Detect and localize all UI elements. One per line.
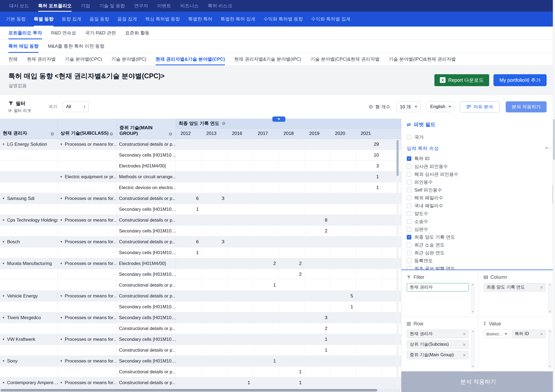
primary-nav-item[interactable]: 이벤트	[157, 0, 171, 12]
view-tab[interactable]: 기술 분야별(CPC)	[65, 53, 102, 65]
free-analysis-button[interactable]: 자유 분석	[460, 101, 500, 112]
expand-icon[interactable]: ▼	[60, 359, 63, 362]
row-field-chip[interactable]: 현재 권리자 ×	[407, 330, 469, 338]
expand-icon[interactable]: ▼	[60, 143, 63, 146]
primary-nav-item[interactable]: 기업	[81, 0, 90, 12]
close-icon[interactable]: ×	[463, 353, 466, 358]
tertiary-nav-item[interactable]: 표준화 활동	[125, 27, 150, 39]
pivot-field-checkbox-item[interactable]: 국가	[407, 133, 550, 141]
secondary-nav-item[interactable]: 핵심 특허별 동향	[145, 12, 180, 27]
pivot-field-checkbox-item[interactable]: 최근 심판 연도	[407, 249, 550, 257]
view-tab[interactable]: 전체	[8, 53, 18, 65]
zone-scrollbar[interactable]: ▲▼	[471, 329, 475, 368]
tertiary-nav-item[interactable]: 포트폴리오 투자	[8, 27, 42, 39]
checkbox[interactable]	[407, 188, 411, 192]
gear-icon[interactable]: ⚙	[50, 132, 54, 136]
secondary-nav-item[interactable]: 특별한 특허 집계	[221, 12, 255, 27]
gear-icon[interactable]: ⚙	[369, 104, 373, 109]
expand-icon[interactable]: ▼	[60, 294, 63, 297]
scroll-down-icon[interactable]: ▼	[549, 310, 551, 313]
apply-analysis-button[interactable]: 분석 적용하기	[506, 101, 547, 112]
scroll-up-icon[interactable]: ▲	[472, 283, 474, 286]
aggregation-select[interactable]: distinct…	[484, 330, 510, 338]
expand-icon[interactable]: ▼	[2, 262, 5, 265]
tertiary-nav-item[interactable]: 국가 R&D 관련	[85, 27, 116, 39]
report-download-button[interactable]: X Report 다운로드	[434, 74, 489, 86]
expand-icon[interactable]: ▼	[2, 381, 5, 384]
column-field-chip[interactable]: 최종 양도 기록 연도 ×	[484, 283, 546, 291]
primary-nav-item[interactable]: 특허 리스크	[208, 0, 232, 12]
checkbox[interactable]	[407, 172, 411, 177]
checkbox[interactable]	[407, 164, 411, 169]
secondary-nav-item[interactable]: 품질 동향	[89, 12, 109, 27]
filter-button[interactable]: 필터	[8, 100, 31, 107]
secondary-nav-item[interactable]: 수익화 특허별 동향	[263, 12, 303, 27]
scroll-up-icon[interactable]: ▲	[549, 283, 551, 286]
checkbox[interactable]	[407, 235, 411, 239]
close-icon[interactable]: ×	[463, 332, 466, 336]
row-count-select[interactable]: 10 개	[396, 101, 421, 112]
pivot-field-checkbox-item[interactable]: 최종 양도 기록 연도	[407, 233, 550, 241]
expand-icon[interactable]: ▼	[60, 175, 63, 178]
primary-nav-item[interactable]: 연구자	[134, 0, 148, 12]
checkbox[interactable]	[407, 156, 411, 161]
checkbox[interactable]	[407, 180, 411, 184]
checkbox[interactable]	[407, 243, 411, 247]
scroll-up-icon[interactable]: ▲	[472, 330, 474, 332]
table-horizontal-scrollbar[interactable]	[0, 388, 401, 392]
scroll-up-icon[interactable]: ▲	[549, 330, 551, 332]
scrollbar-thumb[interactable]	[553, 119, 555, 160]
row-field-chip[interactable]: 상위 기술(Subclass) ×	[407, 340, 469, 349]
close-icon[interactable]: ×	[540, 332, 543, 336]
country-select[interactable]: All	[63, 102, 89, 112]
checkbox[interactable]	[407, 266, 411, 270]
view-tab[interactable]: 기술 분야별(CPC)&현재 권리자별	[310, 53, 379, 65]
tertiary-nav-item[interactable]: R&D 연속성	[51, 27, 76, 39]
expand-icon[interactable]: ▼	[60, 338, 63, 341]
secondary-nav-item[interactable]: 특별한 특허	[188, 12, 212, 27]
expand-icon[interactable]: ▼	[60, 197, 63, 200]
close-icon[interactable]: ×	[540, 285, 543, 290]
zone-scrollbar[interactable]: ▲▼	[548, 329, 552, 368]
secondary-nav-item[interactable]: 동향 집계	[62, 12, 81, 27]
expand-icon[interactable]: ▼	[2, 219, 5, 222]
checkbox[interactable]	[407, 203, 411, 208]
pivot-field-checkbox-item[interactable]: 해외 심사관 피인용수	[407, 170, 550, 178]
zone-scrollbar[interactable]: ▲▼	[471, 283, 475, 314]
scrollbar-thumb[interactable]	[396, 140, 399, 176]
primary-nav-item[interactable]: 기술 및 융합	[99, 0, 125, 12]
pivot-field-checkbox-item[interactable]: Self 피인용수	[407, 186, 550, 194]
view-tab[interactable]: 현재 권리자별	[27, 53, 56, 65]
scroll-down-icon[interactable]: ▼	[549, 365, 551, 368]
checkbox[interactable]	[407, 135, 411, 140]
scrollbar-thumb[interactable]	[1, 389, 377, 391]
secondary-nav-item[interactable]: 품질 집계	[117, 12, 137, 27]
expand-icon[interactable]: ▼	[60, 316, 63, 319]
checkbox[interactable]	[407, 251, 411, 255]
zone-scrollbar[interactable]: ▲▼	[548, 283, 552, 314]
apply-analysis-button-large[interactable]: 분석 적용하기	[401, 371, 555, 392]
add-to-portfolio-button[interactable]: My portfolio에 추가	[493, 74, 547, 86]
expand-icon[interactable]: ▼	[2, 143, 5, 146]
checkbox[interactable]	[407, 219, 411, 224]
view-tab[interactable]: 현재 권리자별&기술 분야별(CPC)	[156, 53, 225, 65]
scroll-down-icon[interactable]: ▼	[472, 365, 474, 368]
primary-nav-item[interactable]: 비즈니스	[180, 0, 199, 12]
pivot-field-checkbox-item[interactable]: 해외 패밀리수	[407, 194, 550, 202]
expand-icon[interactable]: ▼	[60, 262, 63, 265]
pivot-field-checkbox-item[interactable]: 특허 ID	[407, 155, 550, 163]
expand-icon[interactable]: ▼	[2, 240, 5, 243]
view-tab[interactable]: 기술 분야별(IPC)	[111, 53, 146, 65]
pivot-field-checkbox-item[interactable]: 국내 패밀리수	[407, 202, 550, 210]
pivot-field-checkbox-item[interactable]: 등록연도	[407, 257, 550, 265]
expand-icon[interactable]: ▼	[2, 338, 5, 341]
pivot-field-checkbox-item[interactable]: 양도수	[407, 210, 550, 218]
primary-nav-item[interactable]: 특허 포트폴리오	[38, 0, 72, 12]
primary-nav-item[interactable]: 대시 보드	[9, 0, 29, 12]
expand-icon[interactable]: ▼	[60, 219, 63, 222]
pivot-field-checkbox-item[interactable]: 심사관 피인용수	[407, 163, 550, 170]
expand-icon[interactable]: ▼	[60, 240, 63, 243]
page-scrollbar[interactable]	[553, 0, 555, 392]
scroll-down-icon[interactable]: ▼	[472, 310, 474, 313]
language-select[interactable]: English	[427, 101, 454, 112]
